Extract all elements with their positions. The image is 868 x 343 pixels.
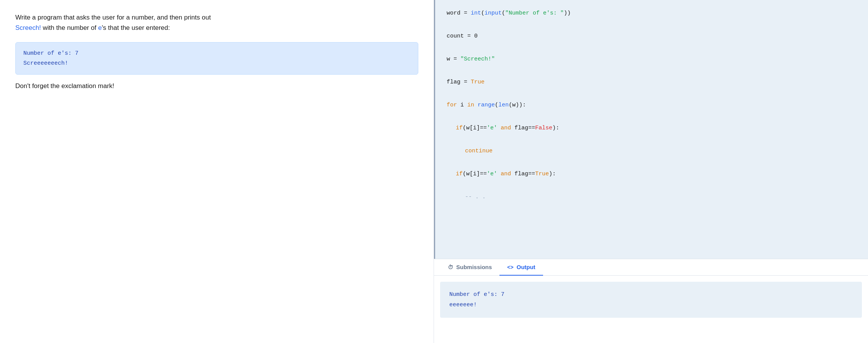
- code-line-4: flag = True: [447, 77, 857, 88]
- code-line-blank-3: [447, 65, 857, 77]
- left-panel: Write a program that asks the user for a…: [0, 0, 434, 343]
- tab-submissions-label: Submissions: [456, 264, 492, 270]
- code-line-blank-4: [447, 88, 857, 100]
- submissions-icon: ⏱: [448, 264, 453, 270]
- tab-output[interactable]: <> Output: [499, 259, 543, 276]
- e-char: e: [98, 24, 101, 31]
- code-line-5: for i in range(len(w)):: [447, 100, 857, 111]
- code-line-blank-7: [447, 157, 857, 168]
- dont-forget-note: Don't forget the exclamation mark!: [15, 82, 418, 90]
- example-line-2: Screeeeeeech!: [23, 59, 410, 69]
- code-line-8: if(w[i]=='e' and flag==True):: [447, 168, 857, 180]
- code-line-7: continue: [447, 145, 857, 157]
- bottom-panel: ⏱ Submissions <> Output Number of e's: 7…: [434, 259, 868, 343]
- tabs-bar: ⏱ Submissions <> Output: [434, 259, 868, 276]
- problem-description: Write a program that asks the user for a…: [15, 12, 418, 33]
- code-editor[interactable]: word = int(input("Number of e's: ")) cou…: [434, 0, 868, 259]
- code-line-9: -- . .: [447, 191, 857, 203]
- output-content: Number of e's: 7 eeeeeee!: [440, 282, 862, 318]
- output-line-2: eeeeeee!: [449, 300, 853, 310]
- example-line-1: Number of e's: 7: [23, 49, 410, 59]
- example-box: Number of e's: 7 Screeeeeeech!: [15, 42, 418, 75]
- code-line-2: count = 0: [447, 31, 857, 42]
- code-line-6: if(w[i]=='e' and flag==False):: [447, 122, 857, 134]
- output-icon: <>: [507, 264, 513, 270]
- right-panel: word = int(input("Number of e's: ")) cou…: [434, 0, 868, 343]
- code-line-blank-5: [447, 111, 857, 122]
- code-line-blank-1: [447, 19, 857, 31]
- problem-text-end: 's that the user entered:: [102, 24, 170, 31]
- tab-output-label: Output: [517, 264, 535, 270]
- problem-text-before: Write a program that asks the user for a…: [15, 14, 211, 21]
- code-line-1: word = int(input("Number of e's: ")): [447, 8, 857, 19]
- tab-submissions[interactable]: ⏱ Submissions: [440, 259, 499, 276]
- output-line-1: Number of e's: 7: [449, 289, 853, 300]
- code-line-blank-8: [447, 180, 857, 191]
- screech-link[interactable]: Screech!: [15, 24, 41, 31]
- code-line-blank-2: [447, 42, 857, 54]
- code-line-3: w = "Screech!": [447, 54, 857, 65]
- code-line-blank-6: [447, 134, 857, 145]
- problem-text-middle: with the number of: [41, 24, 98, 31]
